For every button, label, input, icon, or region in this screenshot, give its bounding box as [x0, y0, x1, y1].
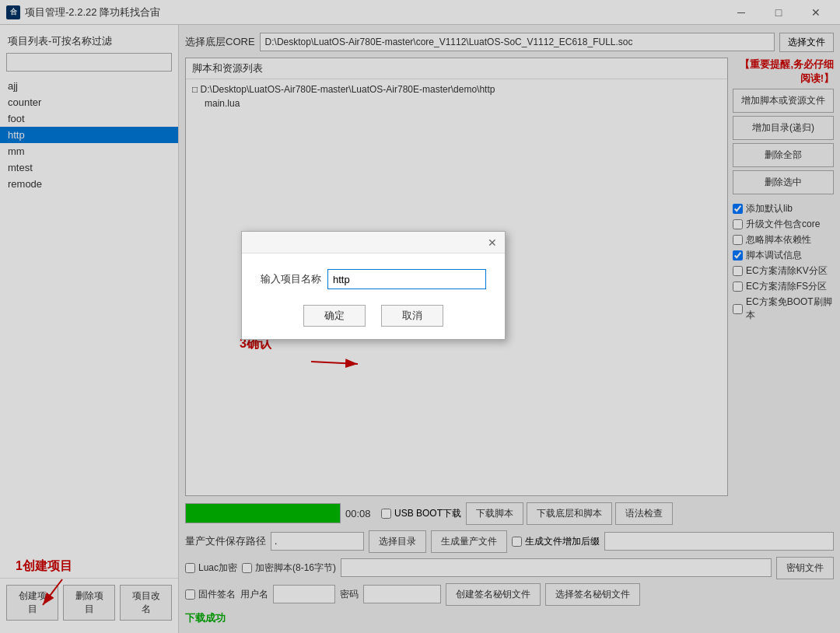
modal-field-row: 输入项目名称 — [261, 269, 486, 289]
modal-body: 输入项目名称 确定 取消 — [242, 254, 505, 339]
modal-field-label: 输入项目名称 — [261, 272, 321, 286]
project-name-input[interactable] — [327, 269, 486, 289]
modal-close-button[interactable]: ✕ — [485, 235, 500, 250]
modal-overlay: ✕ 输入项目名称 确定 取消 — [0, 0, 840, 633]
modal-confirm-button[interactable]: 确定 — [303, 305, 366, 327]
modal-cancel-button[interactable]: 取消 — [381, 305, 443, 327]
modal-title-bar: ✕ — [242, 232, 505, 254]
rename-dialog: ✕ 输入项目名称 确定 取消 — [241, 231, 506, 340]
modal-buttons: 确定 取消 — [261, 305, 486, 327]
